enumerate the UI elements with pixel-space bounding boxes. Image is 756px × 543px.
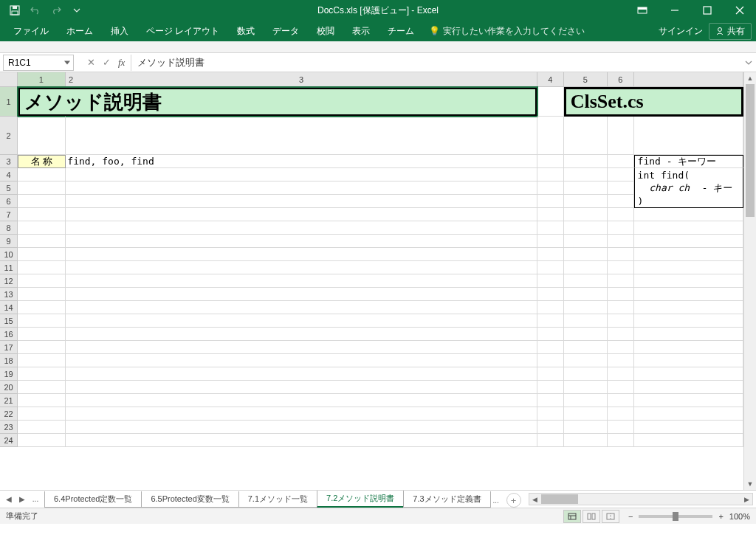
cell[interactable] [18,261,66,274]
cell[interactable] [634,354,743,367]
cell[interactable] [564,301,608,314]
col-header[interactable] [634,72,743,86]
row-header[interactable]: 16 [0,328,18,341]
sheet-tab[interactable]: 7.3メソッド定義書 [403,491,490,508]
ribbon-display-icon[interactable] [626,0,659,21]
cell[interactable] [18,235,66,248]
cell[interactable] [66,381,537,394]
row-header[interactable]: 4 [0,168,18,181]
signin-link[interactable]: サインイン [659,25,703,38]
code-cell[interactable]: char ch - キー [634,181,743,195]
cell[interactable] [18,195,66,208]
share-button[interactable]: 共有 [709,23,752,40]
cell[interactable] [537,407,564,421]
cell[interactable] [608,117,634,155]
scroll-left-icon[interactable]: ◀ [529,496,541,503]
cell[interactable] [564,421,608,434]
cell[interactable] [564,221,608,235]
cell[interactable] [537,288,564,301]
cell[interactable] [608,434,634,447]
cell[interactable] [537,394,564,407]
cell[interactable] [537,274,564,288]
minimize-button[interactable] [659,0,691,21]
title-cell[interactable]: メソッド説明書 [18,87,537,117]
view-pagelayout-icon[interactable] [583,510,600,523]
cell[interactable] [608,288,634,301]
cell[interactable] [18,354,66,367]
cell[interactable] [608,181,634,195]
cancel-icon[interactable]: ✕ [87,57,95,68]
cell[interactable] [537,117,564,155]
cell[interactable] [66,181,537,195]
cell[interactable] [564,155,608,168]
expand-formula-icon[interactable] [741,59,756,66]
cell[interactable] [608,155,634,168]
cell[interactable] [18,407,66,421]
tab-scroll-right-icon[interactable]: ▶ [16,492,28,507]
close-button[interactable] [724,0,756,21]
row-header[interactable]: 15 [0,314,18,328]
cell[interactable] [564,354,608,367]
select-all-corner[interactable] [0,72,18,86]
cell[interactable] [608,248,634,261]
cell[interactable] [537,168,564,181]
sheet-tab-active[interactable]: 7.2メソッド説明書 [317,491,404,508]
row-header[interactable]: 7 [0,208,18,221]
zoom-level[interactable]: 100% [729,512,750,521]
tab-more-icon[interactable]: ... [30,492,41,507]
cell[interactable] [18,117,66,155]
row-header[interactable]: 10 [0,248,18,261]
name-box[interactable]: R1C1 [3,55,74,71]
cell[interactable] [608,381,634,394]
tab-review[interactable]: 校閲 [308,21,343,41]
cell[interactable] [564,328,608,341]
cell[interactable] [608,421,634,434]
cell[interactable] [564,235,608,248]
cell[interactable] [608,168,634,181]
row-header[interactable]: 1 [0,87,18,117]
cell[interactable] [634,328,743,341]
tab-team[interactable]: チーム [379,21,423,41]
code-cell[interactable]: find - キーワー [634,155,743,168]
code-cell[interactable]: ) [634,195,743,208]
sheet-tab[interactable]: 7.1メソッド一覧 [238,491,317,508]
cell[interactable] [608,301,634,314]
cell[interactable] [564,407,608,421]
cell[interactable] [66,168,537,181]
cell[interactable] [66,301,537,314]
cell[interactable] [537,195,564,208]
cell[interactable] [18,288,66,301]
cell[interactable] [608,235,634,248]
col-header[interactable]: 6 [608,72,634,86]
cell[interactable] [66,341,537,354]
cell[interactable] [608,354,634,367]
cell[interactable] [608,274,634,288]
row-header[interactable]: 5 [0,181,18,195]
cell[interactable] [66,261,537,274]
cell[interactable] [634,261,743,274]
cell[interactable] [634,208,743,221]
cell[interactable] [66,394,537,407]
cell[interactable] [537,341,564,354]
tab-home[interactable]: ホーム [58,21,102,41]
zoom-out-button[interactable]: − [628,512,633,521]
cell[interactable] [537,248,564,261]
cell[interactable] [634,341,743,354]
cell[interactable] [66,367,537,381]
zoom-handle[interactable] [673,512,678,521]
cell[interactable] [537,381,564,394]
cell[interactable] [18,248,66,261]
cell[interactable] [564,341,608,354]
cell[interactable] [66,117,537,155]
cell[interactable] [634,235,743,248]
horizontal-scrollbar[interactable]: ◀ ▶ [529,493,753,505]
cell[interactable] [66,354,537,367]
row-header[interactable]: 19 [0,367,18,381]
cell[interactable] [608,261,634,274]
row-header[interactable]: 3 [0,155,18,168]
cell[interactable] [18,421,66,434]
cell[interactable] [537,301,564,314]
cell[interactable] [537,155,564,168]
scroll-right-icon[interactable]: ▶ [740,496,752,503]
cell[interactable]: find, foo, find [66,155,537,168]
